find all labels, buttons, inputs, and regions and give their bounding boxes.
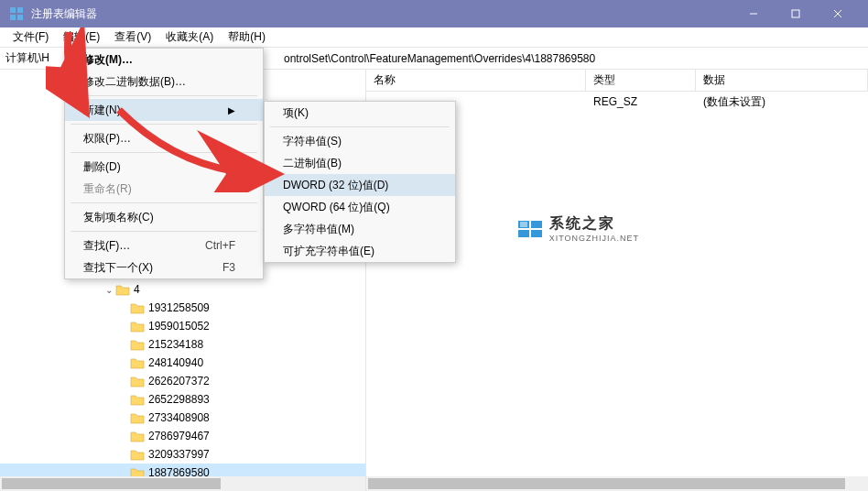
tree-item[interactable]: 2733408908 [0,409,365,427]
menubar: 文件(F) 编辑(E) 查看(V) 收藏夹(A) 帮助(H) [0,27,868,48]
menu-item-label: 新建(N) [83,103,121,118]
menu-separator [71,124,257,125]
menu-item-label: 字符串值(S) [283,134,342,149]
menu-separator [270,126,450,127]
tree-item-label: 4 [134,283,140,296]
folder-icon [130,338,145,351]
tree-item[interactable]: 2786979467 [0,427,365,445]
menu-item[interactable]: 复制项名称(C) [65,206,263,228]
menu-item[interactable]: 修改二进制数据(B)… [65,71,263,93]
menu-item-label: 二进制值(B) [283,156,342,171]
svg-rect-1 [17,7,23,13]
menu-item-label: 权限(P)… [83,131,131,147]
app-icon [9,6,24,21]
list-horizontal-scrollbar[interactable] [366,476,868,491]
window-title: 注册表编辑器 [31,6,732,22]
tree-item[interactable]: 215234188 [0,335,365,354]
menu-favorites[interactable]: 收藏夹(A) [158,27,221,47]
tree-item-label: 1931258509 [148,301,210,314]
tree-item[interactable]: 1931258509 [0,299,365,317]
folder-icon [115,283,130,296]
menu-item-label: QWORD (64 位)值(Q) [283,200,390,215]
scrollbar-thumb[interactable] [368,478,845,489]
submenu-arrow-icon: ▶ [191,105,235,115]
menu-item[interactable]: 可扩充字符串值(E) [265,240,455,262]
folder-icon [130,411,145,424]
menu-item-label: 修改二进制数据(B)… [83,74,186,90]
tree-item[interactable]: 2652298893 [0,390,365,409]
menu-separator [71,152,257,153]
menu-item: 重命名(R) [65,178,263,200]
menu-separator [71,231,257,232]
menu-item-shortcut: De [185,160,235,173]
menu-item[interactable]: 权限(P)… [65,127,263,149]
menu-view[interactable]: 查看(V) [107,27,158,47]
svg-rect-0 [10,7,16,13]
tree-item-label: 248140940 [148,356,203,369]
new-submenu[interactable]: 项(K)字符串值(S)二进制值(B)DWORD (32 位)值(D)QWORD … [264,101,456,263]
tree-item-label: 1959015052 [148,320,210,333]
tree-item[interactable]: 3209337997 [0,445,365,464]
window-controls [732,0,859,27]
address-suffix: ontrolSet\Control\FeatureManagement\Over… [284,52,595,65]
menu-item-label: 重命名(R) [83,181,132,197]
tree-item[interactable]: 1959015052 [0,317,365,335]
tree-item-label: 2652298893 [148,393,210,406]
minimize-button[interactable] [732,0,775,27]
menu-item[interactable]: 字符串值(S) [265,130,455,152]
chevron-down-icon[interactable]: ⌄ [103,285,115,295]
tree-item[interactable]: ⌄4 [0,280,365,299]
folder-icon [130,301,145,314]
menu-item-label: 查找(F)… [83,238,130,254]
tree-item-label: 215234188 [148,338,203,351]
scrollbar-thumb[interactable] [2,478,221,489]
menu-separator [71,202,257,203]
menu-item[interactable]: 查找下一个(X)F3 [65,256,263,278]
svg-rect-3 [17,15,23,20]
menu-item-shortcut: Ctrl+F [168,239,235,252]
menu-item[interactable]: 多字符串值(M) [265,218,455,240]
tree-item[interactable]: 2626207372 [0,372,365,390]
menu-item[interactable]: 查找(F)…Ctrl+F [65,235,263,256]
menu-help[interactable]: 帮助(H) [221,27,273,47]
menu-item-label: 多字符串值(M) [283,222,354,237]
registry-tree[interactable]: ⌄419312585091959015052215234188248140940… [0,277,365,491]
list-header-data[interactable]: 数据 [696,70,868,91]
menu-file[interactable]: 文件(F) [5,27,56,47]
menu-separator [71,95,257,96]
list-header-name[interactable]: 名称 [366,70,586,91]
list-cell-data: (数值未设置) [696,93,868,112]
maximize-button[interactable] [775,0,817,27]
list-header-type[interactable]: 类型 [586,70,696,91]
menu-item[interactable]: 修改(M)… [65,49,263,71]
menu-item-label: 修改(M)… [83,52,133,68]
menu-item-shortcut: F3 [186,261,235,274]
menu-item-label: 删除(D) [83,159,121,175]
tree-item-label: 3209337997 [148,448,210,461]
folder-icon [130,356,145,369]
folder-icon [130,430,145,442]
folder-icon [130,448,145,461]
svg-rect-5 [792,10,799,17]
menu-item-label: 项(K) [283,105,309,121]
menu-item[interactable]: 二进制值(B) [265,152,455,174]
folder-icon [130,393,145,406]
menu-edit[interactable]: 编辑(E) [56,27,107,47]
menu-item-label: 查找下一个(X) [83,260,153,276]
close-button[interactable] [817,0,859,27]
tree-item-label: 2733408908 [148,411,210,424]
menu-item-label: DWORD (32 位)值(D) [283,178,388,193]
list-cell-type: REG_SZ [586,93,696,110]
menu-item[interactable]: 项(K) [265,102,455,124]
list-header: 名称 类型 数据 [366,70,868,92]
tree-item-label: 2626207372 [148,375,210,387]
folder-icon [130,375,145,387]
menu-item[interactable]: DWORD (32 位)值(D) [265,174,455,196]
folder-icon [130,320,145,333]
tree-horizontal-scrollbar[interactable] [0,476,365,491]
menu-item[interactable]: 删除(D)De [65,156,263,178]
tree-item[interactable]: 248140940 [0,354,365,372]
menu-item[interactable]: QWORD (64 位)值(Q) [265,196,455,218]
menu-item[interactable]: 新建(N)▶ [65,99,263,121]
edit-context-menu[interactable]: 修改(M)…修改二进制数据(B)…新建(N)▶权限(P)…删除(D)De重命名(… [64,48,264,279]
